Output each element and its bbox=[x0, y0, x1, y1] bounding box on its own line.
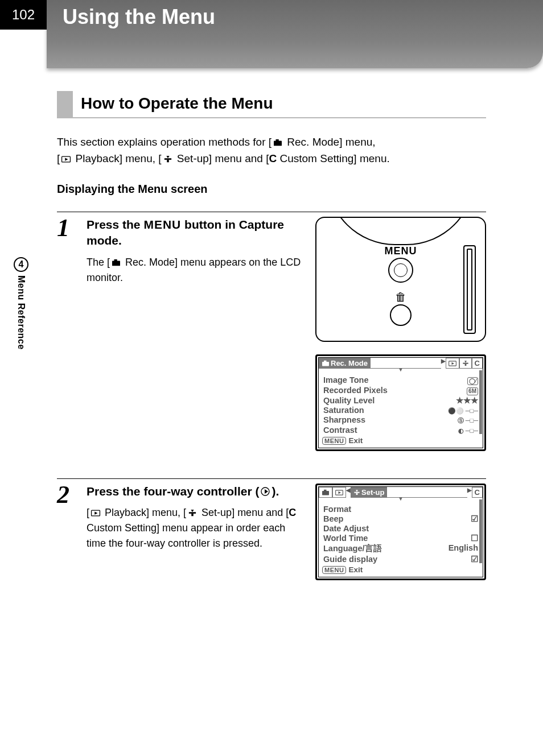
chapter-banner: Using the Menu bbox=[47, 0, 543, 68]
chapter-title: Using the Menu bbox=[63, 5, 543, 30]
step-number: 1 bbox=[57, 217, 76, 451]
right-arrow-icon bbox=[260, 486, 270, 497]
lcd-row: Guide display☑ bbox=[323, 554, 478, 564]
subsection-title: Displaying the Menu screen bbox=[57, 183, 486, 196]
section-title: How to Operate the Menu bbox=[81, 91, 273, 117]
section-header: How to Operate the Menu bbox=[57, 91, 486, 118]
lcd-menu-exit: MENUExit bbox=[319, 436, 483, 445]
camera-menu-label: MENU bbox=[385, 245, 417, 257]
setup-icon bbox=[187, 509, 198, 517]
lcd-tab-setup: Set-up bbox=[351, 487, 387, 498]
step-1: 1 Press the MENU button in Capture mode.… bbox=[57, 212, 486, 451]
lcd-rec-mode: Rec. Mode ▶ C ▼ Image Tone◯⁄Recorded Pix… bbox=[315, 354, 486, 451]
lcd-row: Image Tone◯⁄ bbox=[323, 375, 478, 385]
lcd-row: World Time☐ bbox=[323, 533, 478, 543]
lcd-row: Recorded Pixels6M bbox=[323, 385, 478, 395]
lcd-row: Contrast◐ ─□─ bbox=[323, 425, 478, 435]
lcd-tab-rec bbox=[319, 487, 332, 498]
lcd-setup: ◀ Set-up ▶ C ▼ FormatBeep☑Date AdjustWor… bbox=[315, 484, 486, 580]
step-2: 2 Press the four-way controller (). [ Pl… bbox=[57, 478, 486, 580]
lcd-menu-exit: MENUExit bbox=[319, 565, 483, 575]
lcd-tab-play bbox=[332, 487, 346, 498]
lcd-tab-rec: Rec. Mode bbox=[319, 358, 371, 369]
lcd-row: Date Adjust bbox=[323, 523, 478, 533]
lcd-row: SharpnessⓈ ─□─ bbox=[323, 415, 478, 425]
page-number: 102 bbox=[0, 0, 47, 30]
lcd-row: Format bbox=[323, 504, 478, 514]
lcd-tab-custom: C bbox=[472, 487, 483, 498]
lcd-tab-play bbox=[446, 358, 459, 369]
camera-illustration: MENU 🗑 bbox=[315, 217, 486, 342]
playback-icon bbox=[90, 509, 101, 517]
setup-icon bbox=[163, 155, 173, 163]
lcd-row: Beep☑ bbox=[323, 514, 478, 523]
menu-button-icon bbox=[388, 258, 413, 283]
step-2-title: Press the four-way controller (). bbox=[87, 484, 302, 499]
lcd-row: Quality Level★★★ bbox=[323, 395, 478, 405]
playback-icon bbox=[61, 155, 71, 163]
step-2-desc: [ Playback] menu, [ Set-up] menu and [C … bbox=[87, 505, 302, 551]
camera-icon bbox=[273, 139, 283, 147]
camera-icon bbox=[111, 259, 121, 267]
step-number: 2 bbox=[57, 484, 76, 580]
lcd-tab-custom: C bbox=[472, 358, 483, 369]
step-1-desc: The [ Rec. Mode] menu appears on the LCD… bbox=[87, 255, 302, 286]
lcd-row: Language/言語English bbox=[323, 543, 478, 554]
trash-icon: 🗑 bbox=[395, 291, 406, 304]
step-1-title: Press the MENU button in Capture mode. bbox=[87, 217, 302, 249]
secondary-button-icon bbox=[390, 304, 412, 326]
intro-paragraph: This section explains operation methods … bbox=[57, 134, 486, 167]
lcd-row: Saturation⚫⚪ ─□─ bbox=[323, 405, 478, 415]
lcd-tab-setup bbox=[459, 358, 472, 369]
